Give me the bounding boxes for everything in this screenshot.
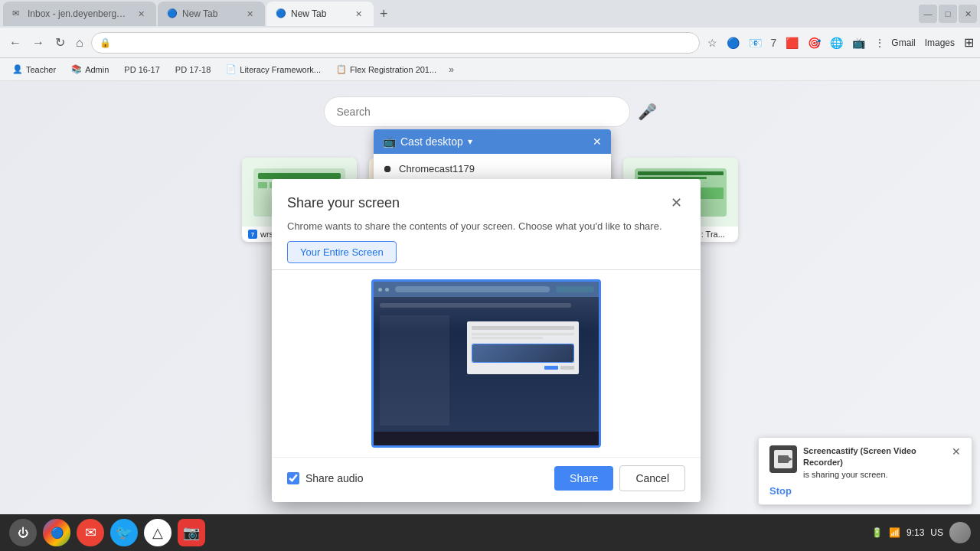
fake-dialog-title xyxy=(472,326,574,330)
tab-close-newtab1[interactable]: ✕ xyxy=(244,8,256,20)
share-button[interactable]: Share xyxy=(554,466,613,491)
taskbar-avatar[interactable] xyxy=(949,522,971,543)
modal-tabs: Your Entire Screen xyxy=(272,241,701,270)
taskbar-twitter-icon[interactable]: 🐦 xyxy=(110,519,138,546)
bookmark-flex[interactable]: 📋 Flex Registration 201... xyxy=(330,63,443,76)
tab-close-newtab2[interactable]: ✕ xyxy=(353,8,364,20)
screen-preview[interactable] xyxy=(371,279,601,448)
cast-icon[interactable]: 📺 xyxy=(849,34,868,52)
notif-stop-button[interactable]: Stop xyxy=(769,485,961,497)
extension-icon3[interactable]: 7 xyxy=(768,34,780,52)
taskbar-right: 🔋 📶 9:13 US xyxy=(871,522,971,543)
modal-header: Share your screen ✕ xyxy=(272,179,701,220)
nav-bar: ← → ↻ ⌂ 🔒 ☆ 🔵 📧 7 🟥 🎯 🌐 📺 ⋮ Gmail Images… xyxy=(0,28,980,58)
bookmark-flex-label: Flex Registration 201... xyxy=(350,65,436,74)
fake-browser-bar xyxy=(374,282,599,297)
bookmark-pd1617-label: PD 16-17 xyxy=(124,65,159,74)
fake-dialog-line1 xyxy=(472,333,574,335)
bookmark-admin-label: Teacher xyxy=(26,65,56,74)
address-bar[interactable]: 🔒 xyxy=(91,32,700,54)
share-audio-label[interactable]: Share audio xyxy=(287,472,554,484)
taskbar-app5-icon[interactable]: 📷 xyxy=(178,519,205,546)
maximize-button[interactable]: □ xyxy=(939,5,957,23)
gmail-link[interactable]: Gmail xyxy=(891,37,915,48)
tab-newtab2[interactable]: 🔵 New Tab ✕ xyxy=(266,2,374,26)
home-button[interactable]: ⌂ xyxy=(73,33,87,53)
fake-content-area xyxy=(380,315,593,425)
share-audio-checkbox[interactable] xyxy=(287,472,299,484)
taskbar-gmail-icon[interactable]: ✉ xyxy=(77,519,104,546)
bookmark-pd1718[interactable]: PD 17-18 xyxy=(169,64,217,76)
new-tab-button[interactable]: + xyxy=(375,6,393,22)
screen-preview-inner xyxy=(374,282,599,445)
bookmark-literacy-label: Literacy Framework... xyxy=(240,65,321,74)
notif-body: is sharing your screen. xyxy=(803,469,946,481)
fake-dialog-line2 xyxy=(472,337,544,339)
cast-popup-close[interactable]: ✕ xyxy=(593,135,602,148)
fake-main xyxy=(452,315,593,425)
mic-icon[interactable]: 🎤 xyxy=(638,103,657,121)
bookmark-admin[interactable]: 👤 Teacher xyxy=(6,63,62,76)
bookmarks-overflow[interactable]: » xyxy=(449,64,454,75)
tab-title-newtab1: New Tab xyxy=(182,8,240,19)
bookmark-teacher[interactable]: 📚 Admin xyxy=(65,63,115,76)
tab-close-inbox[interactable]: ✕ xyxy=(136,8,147,20)
bookmark-teacher-label: Admin xyxy=(85,65,109,74)
images-link[interactable]: Images xyxy=(925,37,955,48)
forward-button[interactable]: → xyxy=(29,33,47,53)
fake-taskbar xyxy=(374,432,599,445)
tab-entire-screen[interactable]: Your Entire Screen xyxy=(287,241,397,263)
cancel-button[interactable]: Cancel xyxy=(619,465,685,491)
tab-newtab1[interactable]: 🔵 New Tab ✕ xyxy=(158,2,265,26)
bookmark-literacy-icon: 📄 xyxy=(226,64,237,74)
bookmark-teacher-icon: 📚 xyxy=(71,64,82,74)
cast-device-icon: ⏺ xyxy=(383,163,393,174)
apps-icon[interactable]: ⊞ xyxy=(964,35,974,50)
tab-title-inbox: Inbox - jen.deyenberg@... xyxy=(28,8,131,19)
tab-favicon-newtab1: 🔵 xyxy=(167,8,178,19)
taskbar-time: 9:13 xyxy=(906,527,924,538)
more-icon[interactable]: ⋮ xyxy=(871,34,888,52)
taskbar-wifi-icon: 📶 xyxy=(889,527,900,538)
tab-title-newtab2: New Tab xyxy=(291,8,348,19)
extension-icon6[interactable]: 🌐 xyxy=(827,34,846,52)
fake-dialog xyxy=(467,321,579,374)
fake-address-bar xyxy=(395,286,550,292)
taskbar-chrome-icon[interactable]: 🔵 xyxy=(43,519,70,546)
notif-header: Screencastify (Screen Video Recorder) is… xyxy=(769,445,961,481)
modal-close-button[interactable]: ✕ xyxy=(668,191,685,214)
browser-frame: ✉ Inbox - jen.deyenberg@... ✕ 🔵 New Tab … xyxy=(0,0,980,551)
notif-title: Screencastify (Screen Video Recorder) xyxy=(803,445,946,469)
fake-dot-2 xyxy=(385,288,389,292)
screencastify-notification: Screencastify (Screen Video Recorder) is… xyxy=(758,437,972,505)
cast-dropdown-icon[interactable]: ▾ xyxy=(468,136,472,147)
address-lock-icon: 🔒 xyxy=(100,37,111,48)
modal-content-area xyxy=(272,270,701,457)
cast-popup-title: 📺 Cast desktop ▾ xyxy=(383,135,472,148)
extension-icon1[interactable]: 🔵 xyxy=(724,34,743,52)
search-input[interactable] xyxy=(324,96,630,127)
bookmark-pd1617[interactable]: PD 16-17 xyxy=(118,64,165,76)
taskbar-locale: US xyxy=(930,527,943,538)
extension-icon2[interactable]: 📧 xyxy=(746,34,765,52)
fake-content-bar1 xyxy=(380,303,571,308)
taskbar-power-button[interactable]: ⏻ xyxy=(9,519,37,546)
modal-footer: Share audio Share Cancel xyxy=(272,457,701,502)
taskbar: ⏻ 🔵 ✉ 🐦 △ 📷 🔋 📶 9:13 US xyxy=(0,514,980,551)
search-bar-container: 🎤 xyxy=(324,96,657,127)
bookmark-icon[interactable]: ☆ xyxy=(704,34,720,52)
taskbar-drive-icon[interactable]: △ xyxy=(144,519,172,546)
extension-icon5[interactable]: 🎯 xyxy=(805,34,824,52)
back-button[interactable]: ← xyxy=(6,33,24,53)
tab-inbox[interactable]: ✉ Inbox - jen.deyenberg@... ✕ xyxy=(3,2,156,26)
close-window-button[interactable]: ✕ xyxy=(959,5,977,23)
fake-preview-thumb xyxy=(472,344,574,363)
minimize-button[interactable]: — xyxy=(919,5,937,23)
fake-dot-1 xyxy=(378,288,382,292)
fake-cast-popup-indicator xyxy=(556,286,594,292)
extension-icon4[interactable]: 🟥 xyxy=(782,34,802,52)
bookmark-literacy[interactable]: 📄 Literacy Framework... xyxy=(220,63,327,76)
notif-close-button[interactable]: ✕ xyxy=(952,445,961,458)
cast-popup: 📺 Cast desktop ▾ ✕ ⏺ Chromecast1179 xyxy=(374,129,611,184)
reload-button[interactable]: ↻ xyxy=(52,32,68,53)
